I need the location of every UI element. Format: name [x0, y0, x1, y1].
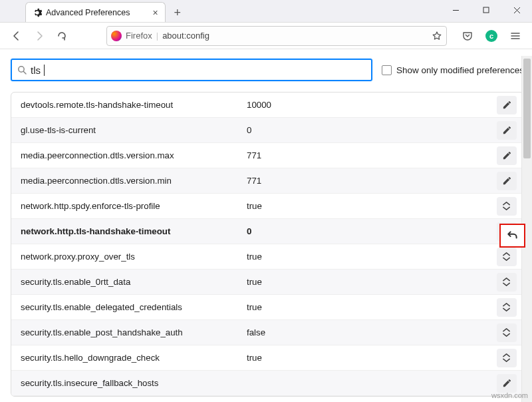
- new-tab-button[interactable]: +: [168, 3, 187, 22]
- pref-value: 0: [247, 125, 497, 135]
- browser-tab[interactable]: Advanced Preferences ×: [25, 2, 166, 22]
- pencil-icon: [502, 378, 512, 388]
- undo-icon: [507, 230, 519, 242]
- preferences-list: devtools.remote.tls-handshake-timeout100…: [11, 92, 524, 397]
- toggle-button[interactable]: [497, 248, 517, 266]
- show-only-modified-checkbox[interactable]: [382, 65, 392, 75]
- pref-name: devtools.remote.tls-handshake-timeout: [21, 100, 247, 110]
- pref-name: media.peerconnection.dtls.version.max: [21, 150, 247, 160]
- pref-row[interactable]: security.tls.enable_delegated_credential…: [11, 295, 523, 320]
- search-icon: [17, 65, 27, 75]
- search-input-value: tls: [31, 65, 41, 76]
- pref-name: security.tls.enable_0rtt_data: [21, 277, 247, 287]
- edit-button[interactable]: [497, 374, 517, 393]
- pref-row[interactable]: media.peerconnection.dtls.version.min771: [11, 168, 523, 194]
- pencil-icon: [502, 150, 512, 160]
- toggle-button[interactable]: [497, 349, 517, 367]
- text-caret: [44, 65, 45, 76]
- pref-name: security.tls.enable_post_handshake_auth: [21, 327, 247, 337]
- pref-name: security.tls.insecure_fallback_hosts: [21, 378, 247, 388]
- pref-name: gl.use-tls-is-current: [21, 125, 247, 135]
- back-button[interactable]: [7, 26, 27, 46]
- maximize-button[interactable]: [471, 0, 501, 20]
- pref-row[interactable]: media.peerconnection.dtls.version.max771: [11, 143, 523, 168]
- pocket-button[interactable]: [458, 26, 477, 46]
- toggle-icon: [502, 201, 512, 211]
- edit-button[interactable]: [497, 121, 517, 140]
- toggle-icon: [502, 302, 512, 312]
- toggle-button[interactable]: [497, 197, 517, 216]
- pref-row[interactable]: gl.use-tls-is-current0: [11, 118, 523, 143]
- pref-value: false: [247, 327, 497, 337]
- scrollbar-thumb[interactable]: [523, 59, 531, 158]
- pref-value: true: [247, 252, 497, 262]
- reset-button-highlight[interactable]: [499, 224, 525, 248]
- pref-name: security.tls.hello_downgrade_check: [21, 353, 247, 363]
- toggle-button[interactable]: [497, 298, 517, 317]
- pref-value: 0: [247, 226, 497, 236]
- pref-name: network.proxy.proxy_over_tls: [21, 252, 247, 262]
- pref-value: 10000: [247, 100, 497, 110]
- toggle-icon: [502, 327, 512, 337]
- pref-value: true: [247, 302, 497, 312]
- pref-search-box[interactable]: tls: [11, 59, 372, 81]
- pref-row[interactable]: network.http.spdy.enforce-tls-profiletru…: [11, 194, 523, 219]
- pref-value: true: [247, 201, 497, 211]
- toggle-button[interactable]: [497, 273, 517, 292]
- pref-value: 771: [247, 150, 497, 160]
- forward-button[interactable]: [29, 26, 49, 46]
- toggle-button[interactable]: [497, 323, 517, 342]
- url-divider: |: [156, 31, 158, 41]
- pref-value: true: [247, 353, 497, 363]
- pref-row[interactable]: security.tls.hello_downgrade_checktrue: [11, 345, 523, 371]
- pref-name: network.http.tls-handshake-timeout: [21, 226, 247, 236]
- url-address: about:config: [162, 31, 432, 41]
- pref-value: true: [247, 277, 497, 287]
- bookmark-star-icon[interactable]: [432, 31, 442, 41]
- reload-button[interactable]: [52, 26, 72, 46]
- pencil-icon: [502, 176, 512, 186]
- window-controls: [440, 0, 532, 20]
- edit-button[interactable]: [497, 172, 517, 190]
- pencil-icon: [502, 100, 512, 110]
- nav-toolbar: Firefox | about:config c: [0, 23, 532, 49]
- tab-title: Advanced Preferences: [46, 8, 130, 17]
- app-menu-button[interactable]: [505, 26, 525, 46]
- content-area: tls Show only modified preferences devto…: [0, 49, 532, 402]
- svg-rect-3: [483, 7, 489, 13]
- pref-row[interactable]: network.proxy.proxy_over_tlstrue: [11, 244, 523, 270]
- url-bar[interactable]: Firefox | about:config: [106, 26, 447, 46]
- pref-row[interactable]: security.tls.insecure_fallback_hosts: [11, 371, 523, 396]
- toggle-icon: [502, 353, 512, 363]
- pref-value: 771: [247, 176, 497, 186]
- gear-icon: [33, 8, 42, 17]
- minimize-button[interactable]: [440, 0, 471, 20]
- pref-row[interactable]: devtools.remote.tls-handshake-timeout100…: [11, 93, 523, 118]
- title-bar: Advanced Preferences × +: [0, 0, 532, 23]
- url-brand: Firefox: [126, 31, 152, 41]
- close-tab-icon[interactable]: ×: [152, 7, 158, 18]
- pref-row[interactable]: security.tls.enable_post_handshake_authf…: [11, 320, 523, 345]
- firefox-logo-icon: [111, 31, 122, 41]
- toggle-icon: [502, 277, 512, 287]
- pref-row[interactable]: security.tls.enable_0rtt_datatrue: [11, 270, 523, 295]
- pref-name: media.peerconnection.dtls.version.min: [21, 176, 247, 186]
- pencil-icon: [502, 125, 512, 135]
- extension-badge[interactable]: c: [481, 26, 501, 46]
- show-only-modified-text: Show only modified preferences: [396, 65, 524, 75]
- pref-row[interactable]: network.http.tls-handshake-timeout0: [11, 219, 523, 244]
- show-only-modified-label[interactable]: Show only modified preferences: [382, 65, 524, 75]
- close-window-button[interactable]: [501, 0, 532, 20]
- pref-name: security.tls.enable_delegated_credential…: [21, 302, 247, 312]
- edit-button[interactable]: [497, 96, 517, 114]
- pref-name: network.http.spdy.enforce-tls-profile: [21, 201, 247, 211]
- toggle-icon: [502, 252, 512, 262]
- edit-button[interactable]: [497, 146, 517, 165]
- watermark: wsxdn.com: [491, 391, 528, 399]
